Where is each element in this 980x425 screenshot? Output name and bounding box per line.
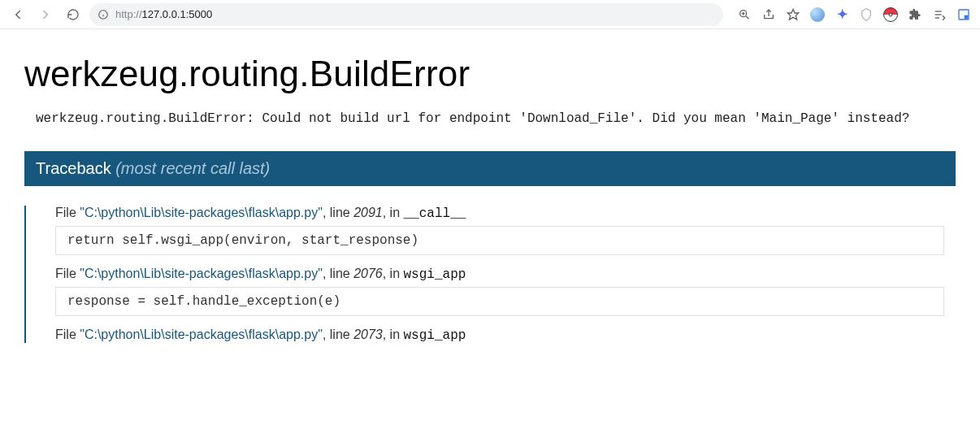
frame-location: File "C:\python\Lib\site-packages\flask\… bbox=[55, 206, 944, 221]
extension-icon-2[interactable]: ✦ bbox=[832, 5, 852, 24]
extension-icon-3[interactable] bbox=[856, 5, 876, 24]
extension-icon-1[interactable] bbox=[808, 5, 827, 24]
svg-rect-12 bbox=[965, 15, 969, 19]
devtools-toggle-icon[interactable] bbox=[954, 5, 973, 24]
zoom-icon[interactable] bbox=[735, 5, 754, 24]
reading-list-icon[interactable] bbox=[930, 5, 949, 24]
frame-location: File "C:\python\Lib\site-packages\flask\… bbox=[55, 267, 944, 282]
traceback-frame[interactable]: File "C:\python\Lib\site-packages\flask\… bbox=[26, 206, 956, 255]
extensions-button[interactable] bbox=[905, 5, 925, 24]
traceback-frame[interactable]: File "C:\python\Lib\site-packages\flask\… bbox=[26, 267, 956, 316]
address-bar[interactable]: http://127.0.0.1:5000 bbox=[89, 3, 723, 26]
browser-toolbar: http://127.0.0.1:5000 ✦ bbox=[0, 0, 980, 29]
url-text: http://127.0.0.1:5000 bbox=[115, 8, 212, 20]
site-info-icon[interactable] bbox=[98, 9, 109, 20]
traceback-subheader: (most recent call last) bbox=[115, 159, 270, 177]
svg-line-4 bbox=[746, 16, 748, 19]
exception-message: werkzeug.routing.BuildError: Could not b… bbox=[36, 109, 930, 128]
frame-code[interactable]: response = self.handle_exception(e) bbox=[55, 287, 944, 316]
share-icon[interactable] bbox=[759, 5, 778, 24]
bookmark-star-icon[interactable] bbox=[783, 5, 803, 24]
frame-code[interactable]: return self.wsgi_app(environ, start_resp… bbox=[55, 226, 944, 255]
traceback-header[interactable]: Traceback (most recent call last) bbox=[24, 151, 956, 186]
url-scheme: http:// bbox=[115, 8, 142, 20]
traceback-header-text: Traceback bbox=[36, 159, 111, 177]
page-content: werkzeug.routing.BuildError werkzeug.rou… bbox=[0, 29, 980, 387]
frame-location: File "C:\python\Lib\site-packages\flask\… bbox=[55, 327, 944, 343]
url-host: 127.0.0.1:5000 bbox=[142, 8, 213, 20]
extension-icon-4[interactable] bbox=[881, 5, 900, 24]
traceback-frames: File "C:\python\Lib\site-packages\flask\… bbox=[24, 206, 956, 343]
exception-title: werkzeug.routing.BuildError bbox=[24, 54, 956, 94]
svg-marker-7 bbox=[787, 9, 798, 20]
forward-button[interactable] bbox=[34, 3, 57, 26]
back-button[interactable] bbox=[7, 3, 29, 26]
reload-button[interactable] bbox=[62, 3, 85, 26]
traceback-frame[interactable]: File "C:\python\Lib\site-packages\flask\… bbox=[26, 327, 956, 343]
